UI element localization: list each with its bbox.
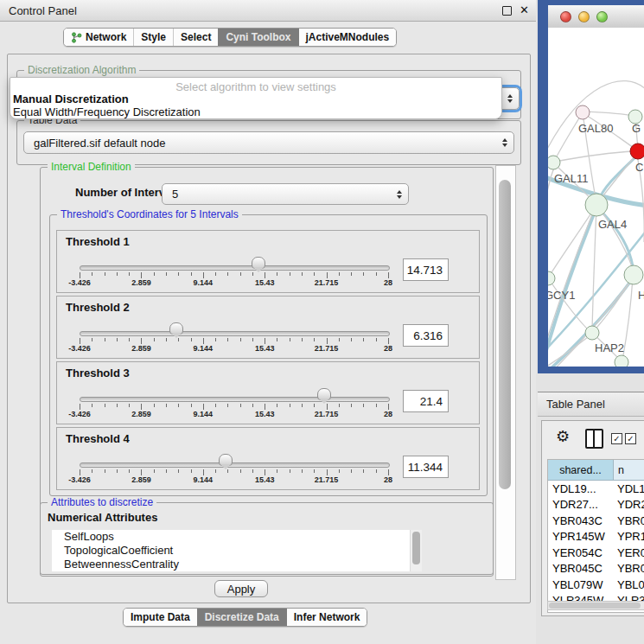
slider-track[interactable] <box>80 397 390 402</box>
slider-track[interactable] <box>80 265 390 271</box>
network-view-window: GAL80GCGAL11GAL4GCY1HHAP2 <box>538 0 644 373</box>
tick-mark <box>215 469 216 473</box>
top-tab-bar: NetworkStyleSelectCyni ToolboxjActiveMNo… <box>63 28 397 47</box>
tab-discretize-data[interactable]: Discretize Data <box>197 609 286 626</box>
tick-mark <box>388 469 389 475</box>
cell-shared-name: YBR045C <box>548 562 614 575</box>
tick-mark <box>203 404 204 410</box>
tick-mark <box>129 404 130 407</box>
network-node-gal4[interactable] <box>585 194 608 216</box>
numerical-attributes-list: SelfLoopsTopologicalCoefficientBetweenne… <box>52 530 422 571</box>
node-label: GAL80 <box>578 122 613 135</box>
tab-jactivemnodules[interactable]: jActiveMNodules <box>298 29 397 46</box>
cell-shared-name: YDL19... <box>548 482 614 495</box>
tick-mark <box>388 272 389 278</box>
scale-label: 15.43 <box>255 344 275 353</box>
tick-mark <box>227 272 228 276</box>
scrollbar-thumb[interactable] <box>549 603 641 609</box>
tick-mark <box>191 272 192 276</box>
network-node-gal80[interactable] <box>576 105 590 119</box>
scale-label: 9.144 <box>194 344 214 353</box>
table-row[interactable]: YER054CYER0 <box>548 545 644 561</box>
network-node-h[interactable] <box>624 265 643 284</box>
tab-style[interactable]: Style <box>133 29 173 46</box>
tab-impute-data[interactable]: Impute Data <box>124 609 197 626</box>
minimize-traffic-light-icon[interactable] <box>578 11 590 22</box>
table-row[interactable]: YBR045CYBR0 <box>548 561 644 577</box>
dropdown-option-equal-width-frequency-discretization[interactable]: Equal Width/Frequency Discretization <box>13 105 499 118</box>
close-traffic-light-icon[interactable] <box>560 11 571 22</box>
tick-mark <box>141 469 142 475</box>
table-row[interactable]: YBR043CYBR0 <box>548 513 644 529</box>
table-row[interactable]: YDL19...YDL1 <box>548 481 644 497</box>
scale-label: 2.859 <box>131 475 151 484</box>
columns-icon[interactable] <box>585 429 603 449</box>
number-of-intervals-combobox[interactable]: 5 <box>162 183 409 205</box>
checkbox-icon[interactable]: ✓ <box>625 433 636 444</box>
slider-handle[interactable] <box>169 322 183 335</box>
scale-label: 2.859 <box>131 278 151 287</box>
network-canvas[interactable]: GAL80GCGAL11GAL4GCY1HHAP2 <box>548 28 644 367</box>
scale-label: 21.715 <box>315 410 339 418</box>
column-header-name[interactable]: n <box>614 460 644 480</box>
slider-track[interactable] <box>80 331 390 336</box>
table-row[interactable]: YPR145WYPR1 <box>548 529 644 545</box>
node-attribute-table: shared... n YDL19...YDL1YDR27...YDR2YBR0… <box>547 459 644 613</box>
interval-definition-title: Interval Definition <box>48 161 135 173</box>
scale-label: 15.43 <box>255 475 275 484</box>
tab-network[interactable]: Network <box>64 29 133 46</box>
threshold-value-field[interactable]: 14.713 <box>403 258 449 281</box>
slider-handle[interactable] <box>219 454 233 466</box>
network-node-gal11[interactable] <box>548 156 560 169</box>
threshold-value-field[interactable]: 21.4 <box>403 390 449 412</box>
column-header-shared-name[interactable]: shared... <box>548 460 614 480</box>
dropdown-option-manual-discretization[interactable]: Manual Discretization <box>13 92 499 105</box>
slider-track[interactable] <box>80 462 390 468</box>
threshold-value-field[interactable]: 6.316 <box>403 324 449 347</box>
scrollbar-thumb[interactable] <box>412 532 420 564</box>
network-edge <box>598 154 637 202</box>
threshold-value-field[interactable]: 11.344 <box>403 456 449 478</box>
tick-mark <box>215 272 216 276</box>
slider-handle[interactable] <box>252 257 265 269</box>
float-window-icon[interactable] <box>502 6 512 16</box>
tab-infer-network[interactable]: Infer Network <box>286 609 367 626</box>
tick-mark <box>178 404 179 407</box>
list-vertical-scrollbar[interactable] <box>410 530 422 571</box>
attribute-list-item-betweennesscentrality[interactable]: BetweennessCentrality <box>52 558 422 571</box>
slider-scale-labels: -3.4262.8599.14415.4321.71528 <box>80 278 388 289</box>
network-node-gcy1[interactable] <box>548 271 555 285</box>
close-icon[interactable]: ✕ <box>520 0 529 21</box>
panel-vertical-scrollbar[interactable] <box>495 165 516 580</box>
table-horizontal-scrollbar[interactable] <box>547 601 644 610</box>
tick-mark <box>154 272 155 276</box>
network-window-titlebar[interactable] <box>548 5 644 29</box>
tick-mark <box>178 469 179 473</box>
tick-mark <box>388 404 389 410</box>
gear-icon[interactable]: ⚙ <box>556 426 570 447</box>
scale-label: 9.144 <box>194 278 214 287</box>
zoom-traffic-light-icon[interactable] <box>596 11 608 22</box>
scrollbar-thumb[interactable] <box>499 180 511 489</box>
tab-label: Infer Network <box>294 611 360 623</box>
attribute-list-item-topologicalcoefficient[interactable]: TopologicalCoefficient <box>52 544 422 558</box>
checkbox-icon[interactable]: ✓ <box>611 433 622 444</box>
network-edge <box>598 207 634 272</box>
scale-label: 21.715 <box>315 344 339 353</box>
table-row[interactable]: YBL079WYBL0 <box>548 577 644 593</box>
network-node-hap2[interactable] <box>585 326 599 340</box>
tab-select[interactable]: Select <box>173 29 218 46</box>
table-data-combobox[interactable]: galFiltered.sif default node <box>23 131 514 154</box>
tick-mark <box>141 272 142 278</box>
tab-cyni-toolbox[interactable]: Cyni Toolbox <box>218 29 297 46</box>
tick-mark <box>290 338 290 341</box>
slider-handle[interactable] <box>317 388 331 400</box>
table-row[interactable]: YDR27...YDR2 <box>548 497 644 513</box>
apply-button[interactable]: Apply <box>214 580 268 597</box>
scale-label: 9.144 <box>194 475 214 484</box>
attribute-list-item-selfloops[interactable]: SelfLoops <box>52 530 422 544</box>
tick-mark <box>92 338 92 341</box>
network-node[interactable] <box>615 355 628 367</box>
tick-mark <box>327 338 328 344</box>
network-node-c[interactable] <box>630 143 644 159</box>
